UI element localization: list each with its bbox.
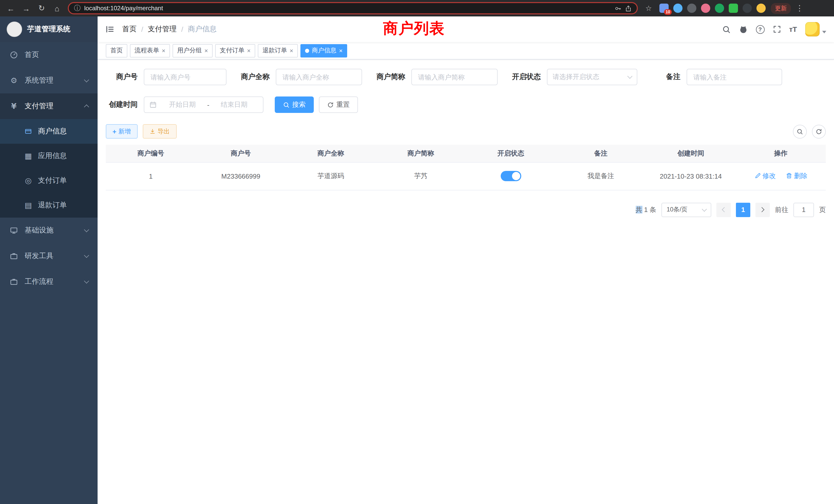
extension-icon[interactable] [687,4,696,13]
share-icon[interactable] [625,5,632,12]
full-name-input[interactable] [276,69,362,85]
extension-icon[interactable] [729,4,738,13]
sidebar-menu: 首页 ⚙ 系统管理 ¥ 支付管理 商户信息 [0,42,97,504]
page-size-select[interactable]: 10条/页 [661,203,711,217]
sidebar-item-workflow[interactable]: 工作流程 [0,269,97,295]
tab-close-icon[interactable]: × [204,47,208,54]
tab-label: 商户信息 [312,46,336,55]
app-title: 芋道管理系统 [27,25,70,34]
sidebar-item-system[interactable]: ⚙ 系统管理 [0,68,97,93]
tab-close-icon[interactable]: × [290,47,293,54]
hamburger-icon[interactable] [105,25,114,34]
sidebar-item-home[interactable]: 首页 [0,42,97,68]
sidebar-item-payment[interactable]: ¥ 支付管理 [0,93,97,119]
url-bar[interactable]: ⓘ localhost:1024/pay/merchant [68,2,638,14]
browser-menu-icon[interactable]: ⋮ [793,2,806,15]
create-time-range-picker[interactable]: 开始日期 - 结束日期 [144,96,263,113]
prev-page-button[interactable] [717,203,731,217]
search-button[interactable]: 搜索 [275,96,314,113]
back-icon[interactable]: ← [4,2,18,15]
user-menu[interactable] [805,22,826,37]
tab-home[interactable]: 首页 [106,44,127,57]
column-header-short-name: 商户简称 [376,145,466,162]
breadcrumb-current: 商户信息 [188,25,217,34]
sidebar-item-pay-order[interactable]: ◎ 支付订单 [0,168,97,193]
status-select[interactable]: 请选择开启状态 [547,69,637,85]
extension-icon[interactable] [743,4,752,13]
chevron-down-icon [702,206,707,211]
status-toggle[interactable] [501,171,521,181]
edit-button[interactable]: 修改 [754,171,776,181]
url-text: localhost:1024/pay/merchant [84,5,611,12]
tab-label: 支付订单 [220,46,244,55]
sidebar-item-label: 基础设施 [25,226,53,235]
reset-button[interactable]: 重置 [319,96,358,113]
sidebar-item-label: 商户信息 [38,127,67,136]
password-key-icon[interactable] [615,5,621,12]
breadcrumb-separator: / [181,25,183,33]
column-header-create-time: 创建时间 [646,145,736,162]
export-button[interactable]: 导出 [142,124,176,139]
site-info-icon[interactable]: ⓘ [74,4,81,13]
sidebar-item-infrastructure[interactable]: 基础设施 [0,217,97,243]
delete-button[interactable]: 删除 [786,171,807,181]
font-size-icon[interactable]: тT [789,25,797,33]
refresh-table-button[interactable] [812,124,826,138]
extension-smiley-icon[interactable] [756,4,766,13]
extension-avatar-icon[interactable] [701,4,710,13]
tab-merchant-info[interactable]: 商户信息 × [301,44,347,57]
home-icon[interactable]: ⌂ [50,2,64,15]
tab-process-form[interactable]: 流程表单 × [130,44,170,57]
breadcrumb-home[interactable]: 首页 [122,25,137,34]
remark-input[interactable] [687,69,782,85]
merchant-no-input[interactable] [144,69,226,85]
sidebar-item-refund-order[interactable]: ▤ 退款订单 [0,193,97,217]
short-name-input[interactable] [411,69,498,85]
tab-close-icon[interactable]: × [247,47,250,54]
tab-refund-order[interactable]: 退款订单 × [258,44,298,57]
tab-label: 首页 [110,46,123,55]
chrome-update-button[interactable]: 更新 [771,3,791,14]
tab-close-icon[interactable]: × [162,47,166,54]
column-header-status: 开启状态 [466,145,556,162]
document-icon: ▤ [24,201,33,210]
sidebar-item-app-info[interactable]: ▦ 应用信息 [0,144,97,168]
logo-area[interactable]: 芋道管理系统 [0,17,97,42]
filter-label: 备注 [649,72,680,82]
caret-down-icon [822,30,826,33]
annotation-title: 商户列表 [383,19,445,39]
page-unit-label: 页 [819,205,826,214]
extension-puzzle-icon[interactable]: 10 [659,4,668,13]
toggle-search-button[interactable] [793,124,807,138]
forward-icon[interactable]: → [20,2,33,15]
tab-user-group[interactable]: 用户分组 × [173,44,213,57]
breadcrumb-payment[interactable]: 支付管理 [148,25,177,34]
column-header-actions: 操作 [736,145,826,162]
table-toolbar: + 新增 导出 [106,124,826,139]
help-icon[interactable]: ? [756,25,764,33]
github-icon[interactable] [739,25,747,33]
chevron-right-icon [759,207,764,212]
goto-page-input[interactable] [793,203,814,217]
tab-close-icon[interactable]: × [339,47,343,54]
add-button[interactable]: + 新增 [106,124,137,139]
reset-button-label: 重置 [336,100,350,109]
select-placeholder: 请选择开启状态 [553,72,599,82]
briefcase-icon [9,252,19,260]
fullscreen-icon[interactable] [773,25,781,33]
compass-icon: ◎ [24,176,33,185]
extension-icon[interactable] [673,4,682,13]
bookmark-star-icon[interactable]: ☆ [642,2,655,15]
tab-pay-order[interactable]: 支付订单 × [215,44,255,57]
sidebar: 芋道管理系统 首页 ⚙ 系统管理 ¥ 支付管理 [0,17,97,504]
next-page-button[interactable] [755,203,770,217]
sidebar-item-dev-tools[interactable]: 研发工具 [0,243,97,269]
reload-icon[interactable]: ↻ [35,2,48,15]
table-settings [793,124,826,138]
search-icon[interactable] [722,25,730,33]
extension-icon[interactable] [715,4,724,13]
cell-merchant-no: M233666999 [196,162,286,190]
sidebar-item-label: 研发工具 [25,251,53,261]
sidebar-item-merchant-info[interactable]: 商户信息 [0,119,97,144]
page-number-button[interactable]: 1 [736,203,750,217]
